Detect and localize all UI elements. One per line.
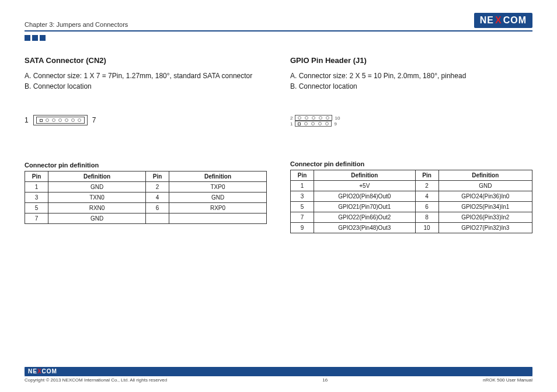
brand-logo: NEXCOM (474, 13, 532, 28)
cell: GND (438, 181, 532, 191)
cell: GND (169, 192, 267, 203)
cell: 2 (146, 182, 169, 192)
cell: RXP0 (169, 203, 267, 214)
th-def: Definition (169, 172, 267, 182)
cell: 6 (146, 203, 169, 214)
gpio-row-label: 10 (335, 116, 340, 121)
table-row: 5 GPIO21(Pin70)Out1 6 GPIO25(Pin34)In1 (291, 202, 532, 212)
gpio-row-label: 9 (334, 121, 336, 127)
pin-icon (325, 122, 329, 125)
sata-connector-diagram: 1 7 (25, 115, 267, 125)
cell: RXN0 (48, 203, 146, 214)
cell: 5 (291, 202, 314, 212)
pin-icon (319, 116, 322, 120)
cell: 8 (415, 212, 438, 223)
cell: GPIO21(Pin70)Out1 (314, 202, 416, 212)
cell (169, 214, 267, 224)
cell: 5 (25, 203, 48, 214)
pin-icon (304, 122, 308, 125)
sata-pin-start: 1 (25, 116, 29, 124)
cell: 3 (25, 192, 48, 203)
gpio-line-b: B. Connector location (290, 81, 532, 92)
cell: GND (48, 214, 146, 224)
pin-icon (71, 118, 75, 122)
manual-title: nROK 500 User Manual (483, 377, 532, 383)
th-pin: Pin (146, 172, 169, 182)
sata-title: SATA Connector (CN2) (25, 56, 267, 65)
th-pin: Pin (291, 170, 314, 181)
page-number: 16 (322, 377, 328, 383)
th-def: Definition (314, 170, 416, 181)
cell: 4 (415, 191, 438, 202)
cell: 3 (291, 191, 314, 202)
cell: GPIO24(Pin36)In0 (438, 191, 532, 202)
gpio-bottom-row (295, 121, 332, 127)
cell: GPIO23(Pin48)Out3 (314, 223, 416, 233)
cell: GPIO22(Pin66)Out2 (314, 212, 416, 223)
decorative-squares (25, 35, 532, 41)
pin-icon (311, 122, 315, 125)
header-rule (25, 30, 532, 32)
cell: TXN0 (48, 192, 146, 203)
pin-icon (305, 116, 308, 120)
chapter-title: Chapter 3: Jumpers and Connectors (25, 21, 128, 28)
th-pin: Pin (415, 170, 438, 181)
table-row: 3 GPIO20(Pin84)Out0 4 GPIO24(Pin36)In0 (291, 191, 532, 202)
cell: TXP0 (169, 182, 267, 192)
table-row: 3 TXN0 4 GND (25, 192, 267, 203)
table-row: 7 GPIO22(Pin66)Out2 8 GPIO26(Pin33)In2 (291, 212, 532, 223)
table-header-row: Pin Definition Pin Definition (25, 172, 267, 182)
th-def: Definition (438, 170, 532, 181)
th-pin: Pin (25, 172, 48, 182)
brand-x: X (37, 368, 42, 374)
footer-logo: NEXCOM (25, 367, 532, 376)
gpio-row-label: 1 (290, 121, 293, 127)
brand-pre: NE (480, 15, 494, 26)
gpio-top-row (295, 115, 332, 121)
pin-icon (65, 118, 68, 122)
pin-icon (298, 116, 301, 120)
footer-rule (25, 376, 532, 376)
gpio-table-title: Connector pin definition (290, 160, 532, 167)
sata-section: SATA Connector (CN2) A. Connector size: … (25, 56, 267, 233)
cell: GPIO27(Pin32)In3 (438, 223, 532, 233)
sata-line-b: B. Connector location (25, 81, 267, 92)
sata-desc: A. Connector size: 1 X 7 = 7Pin, 1.27mm,… (25, 71, 267, 92)
sata-table-title: Connector pin definition (25, 162, 267, 169)
brand-x: X (495, 15, 502, 26)
table-row: 1 +5V 2 GND (291, 181, 532, 191)
cell: 7 (291, 212, 314, 223)
gpio-row-label: 2 (290, 116, 293, 121)
cell: 6 (415, 202, 438, 212)
gpio-section: GPIO Pin Header (J1) A. Connector size: … (290, 56, 532, 233)
gpio-line-a: A. Connector size: 2 X 5 = 10 Pin, 2.0mm… (290, 71, 532, 81)
pin-icon (318, 122, 322, 125)
brand-pre: NE (28, 368, 37, 374)
cell: 7 (25, 214, 48, 224)
copyright-text: Copyright © 2013 NEXCOM International Co… (25, 377, 167, 383)
sata-line-a: A. Connector size: 1 X 7 = 7Pin, 1.27mm,… (25, 71, 267, 81)
gpio-header-diagram: 2 10 1 (290, 115, 532, 127)
cell: +5V (314, 181, 416, 191)
pin-icon (46, 118, 49, 122)
sata-outline (33, 115, 88, 125)
pin-1-icon (298, 123, 301, 125)
gpio-title: GPIO Pin Header (J1) (290, 56, 532, 65)
brand-post: COM (503, 15, 527, 26)
sata-pin-table: Pin Definition Pin Definition 1 GND 2 TX… (25, 171, 267, 224)
table-header-row: Pin Definition Pin Definition (291, 170, 532, 181)
page-footer: NEXCOM Copyright © 2013 NEXCOM Internati… (25, 367, 532, 383)
sata-pin-end: 7 (92, 116, 96, 124)
pin-icon (312, 116, 315, 120)
cell: GPIO25(Pin34)In1 (438, 202, 532, 212)
cell: 2 (415, 181, 438, 191)
cell: 10 (415, 223, 438, 233)
pin-icon (58, 118, 62, 122)
cell: 1 (291, 181, 314, 191)
table-row: 9 GPIO23(Pin48)Out3 10 GPIO27(Pin32)In3 (291, 223, 532, 233)
pin-icon (326, 116, 329, 120)
th-def: Definition (48, 172, 146, 182)
pin-icon (78, 118, 81, 122)
cell: 4 (146, 192, 169, 203)
sata-pin-row (36, 117, 85, 124)
